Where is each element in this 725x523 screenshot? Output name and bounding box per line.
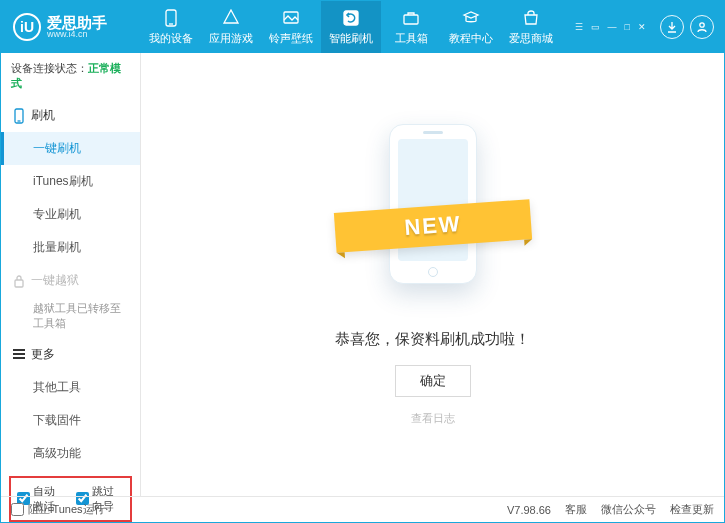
app-logo-icon: iU [13,13,41,41]
svg-rect-8 [15,280,23,287]
nav-apps-games[interactable]: 应用游戏 [201,1,261,53]
main-nav: 我的设备 应用游戏 铃声壁纸 智能刷机 工具箱 教程中心 [141,1,573,53]
group-flash[interactable]: 刷机 [1,99,140,132]
device-icon [162,9,180,27]
jailbreak-note: 越狱工具已转移至工具箱 [1,297,140,338]
sidebar-item-batch-flash[interactable]: 批量刷机 [1,231,140,264]
logo-area: iU 爱思助手 www.i4.cn [1,13,141,41]
store-icon [522,9,540,27]
app-site: www.i4.cn [47,30,107,39]
footer-service[interactable]: 客服 [565,502,587,517]
tutorial-icon [462,9,480,27]
close-icon[interactable]: ✕ [636,22,648,32]
nav-tutorials[interactable]: 教程中心 [441,1,501,53]
menu-icon[interactable]: ☰ [573,22,585,32]
minimize-icon[interactable]: — [606,22,619,32]
nav-ringtones[interactable]: 铃声壁纸 [261,1,321,53]
nav-smart-flash[interactable]: 智能刷机 [321,1,381,53]
checkbox-block-itunes[interactable]: 阻止iTunes运行 [11,502,105,517]
status-bar: 阻止iTunes运行 V7.98.66 客服 微信公众号 检查更新 [1,496,724,522]
version-label: V7.98.66 [507,504,551,516]
toolbox-icon [402,9,420,27]
pin-icon[interactable]: ▭ [589,22,602,32]
sidebar-item-pro-flash[interactable]: 专业刷机 [1,198,140,231]
maximize-icon[interactable]: □ [623,22,632,32]
svg-rect-3 [344,11,358,25]
sidebar: 设备连接状态：正常模式 刷机 一键刷机 iTunes刷机 专业刷机 批量刷机 一… [1,53,141,496]
sidebar-item-oneclick-flash[interactable]: 一键刷机 [1,132,140,165]
footer-update[interactable]: 检查更新 [670,502,714,517]
app-window: iU 爱思助手 www.i4.cn 我的设备 应用游戏 铃声壁纸 智能刷机 [0,0,725,523]
apps-icon [222,9,240,27]
svg-rect-4 [404,15,418,24]
main-content: NEW 恭喜您，保资料刷机成功啦！ 确定 查看日志 [141,53,724,496]
svg-point-5 [700,23,704,27]
nav-toolbox[interactable]: 工具箱 [381,1,441,53]
nav-store[interactable]: 爱思商城 [501,1,561,53]
download-button[interactable] [660,15,684,39]
nav-my-device[interactable]: 我的设备 [141,1,201,53]
view-log-link[interactable]: 查看日志 [411,411,455,426]
user-button[interactable] [690,15,714,39]
sidebar-item-download-firmware[interactable]: 下载固件 [1,404,140,437]
wallpaper-icon [282,9,300,27]
group-jailbreak: 一键越狱 [1,264,140,297]
connection-status: 设备连接状态：正常模式 [1,53,140,99]
phone-icon [13,108,25,124]
new-banner: NEW [333,199,531,253]
ok-button[interactable]: 确定 [395,365,471,397]
title-bar: iU 爱思助手 www.i4.cn 我的设备 应用游戏 铃声壁纸 智能刷机 [1,1,724,53]
success-message: 恭喜您，保资料刷机成功啦！ [335,330,530,349]
sidebar-item-other-tools[interactable]: 其他工具 [1,371,140,404]
sidebar-item-itunes-flash[interactable]: iTunes刷机 [1,165,140,198]
phone-illustration: NEW [363,114,503,304]
sidebar-item-advanced[interactable]: 高级功能 [1,437,140,470]
lock-icon [13,274,25,288]
footer-wechat[interactable]: 微信公众号 [601,502,656,517]
window-controls: ☰ ▭ — □ ✕ [573,15,724,39]
more-icon [13,347,25,361]
app-name: 爱思助手 [47,15,107,30]
group-more[interactable]: 更多 [1,338,140,371]
flash-icon [342,9,360,27]
